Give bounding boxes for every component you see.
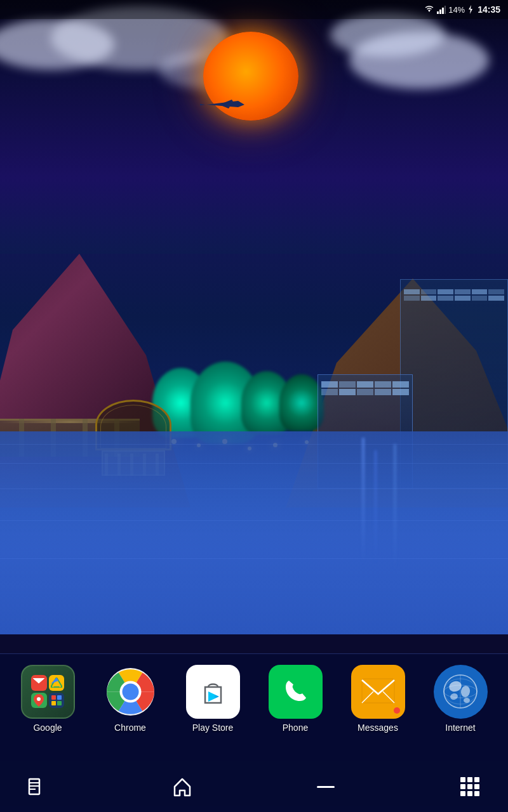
svg-rect-6 <box>51 695 56 700</box>
airplane <box>200 94 251 107</box>
water-vertical-reflection-2 <box>375 450 377 565</box>
svg-rect-9 <box>57 701 62 705</box>
svg-point-12 <box>122 683 138 700</box>
svg-marker-4 <box>469 5 472 14</box>
svg-rect-34 <box>474 784 479 789</box>
messages-app[interactable]: Messages <box>343 665 413 733</box>
chrome-app[interactable]: Chrome <box>95 665 165 733</box>
playstore-icon[interactable] <box>186 665 240 719</box>
svg-rect-8 <box>51 701 56 705</box>
recents-button[interactable] <box>307 768 345 806</box>
svg-rect-33 <box>467 784 472 789</box>
ripple-5 <box>0 558 508 559</box>
time-display: 14:35 <box>478 4 500 15</box>
home-icon <box>171 775 194 798</box>
google-icon[interactable] <box>21 665 75 719</box>
ripple-4 <box>0 520 508 521</box>
playstore-app[interactable]: Play Store <box>178 665 248 733</box>
svg-rect-0 <box>437 11 439 14</box>
nav-bar <box>0 761 508 812</box>
google-label: Google <box>33 723 62 733</box>
ripple-2 <box>0 463 508 464</box>
water-vertical-reflection <box>362 438 364 565</box>
chrome-label: Chrome <box>114 723 146 733</box>
messages-svg <box>361 678 396 706</box>
wide-building-windows <box>318 378 412 398</box>
svg-rect-31 <box>474 777 479 782</box>
water-reflection <box>0 431 508 634</box>
battery-percentage: 14% <box>448 5 465 15</box>
internet-app[interactable]: Internet <box>425 665 495 733</box>
svg-rect-3 <box>444 6 446 14</box>
playstore-svg <box>196 674 231 709</box>
svg-rect-37 <box>474 791 479 796</box>
svg-rect-35 <box>460 791 465 796</box>
google-app[interactable]: Google <box>13 665 83 733</box>
recents-icon <box>314 783 337 790</box>
signal-icon <box>437 5 446 14</box>
gmail-cell <box>31 675 47 691</box>
charging-icon <box>467 5 474 14</box>
drive-cell <box>49 675 65 691</box>
water <box>0 431 508 634</box>
internet-label: Internet <box>445 723 475 733</box>
dock-icons: Google Chrome <box>0 654 508 737</box>
building-windows <box>401 286 507 304</box>
dock-area: Google Chrome <box>0 653 508 761</box>
status-bar: 14% 14:35 <box>0 0 508 19</box>
svg-rect-36 <box>467 791 472 796</box>
svg-point-5 <box>37 697 41 701</box>
files-icon <box>27 775 50 798</box>
internet-icon[interactable] <box>434 665 488 719</box>
messages-label: Messages <box>358 723 398 733</box>
wallpaper <box>0 0 508 634</box>
cloud-4 <box>330 13 444 57</box>
back-files-button[interactable] <box>19 768 57 806</box>
home-button[interactable] <box>163 768 201 806</box>
water-vertical-reflection-3 <box>394 444 396 571</box>
messages-icon[interactable] <box>351 665 405 719</box>
internet-svg <box>441 672 479 710</box>
messages-notification <box>394 707 400 714</box>
status-icons: 14% 14:35 <box>424 4 500 15</box>
wifi-icon <box>424 5 434 14</box>
misc-cell <box>49 693 65 709</box>
phone-label: Phone <box>283 723 308 733</box>
svg-rect-30 <box>467 777 472 782</box>
chrome-svg <box>107 668 154 716</box>
ripple-1 <box>0 444 508 445</box>
svg-rect-7 <box>57 695 62 700</box>
svg-rect-32 <box>460 784 465 789</box>
svg-rect-2 <box>442 8 444 14</box>
phone-app[interactable]: Phone <box>260 665 330 733</box>
maps-cell <box>31 693 47 709</box>
svg-rect-28 <box>317 786 335 788</box>
google-folder-grid <box>29 672 67 710</box>
phone-svg <box>279 676 311 707</box>
svg-rect-29 <box>460 777 465 782</box>
phone-icon[interactable] <box>269 665 323 719</box>
app-drawer-icon <box>460 777 479 796</box>
svg-rect-14 <box>362 679 394 703</box>
svg-rect-1 <box>439 10 441 14</box>
chrome-icon[interactable] <box>104 665 157 719</box>
playstore-label: Play Store <box>192 723 234 733</box>
app-drawer-button[interactable] <box>451 768 489 806</box>
ripple-3 <box>0 488 508 489</box>
svg-rect-13 <box>196 674 231 709</box>
